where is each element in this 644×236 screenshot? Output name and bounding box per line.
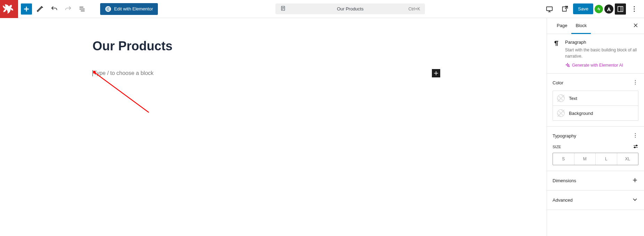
- document-title-pill[interactable]: Our Products Ctrl+K: [275, 3, 425, 14]
- edit-with-elementor-button[interactable]: Edit with Elementor: [100, 3, 158, 15]
- svg-point-10: [634, 8, 635, 9]
- svg-point-11: [634, 10, 635, 11]
- tab-block[interactable]: Block: [571, 18, 591, 34]
- font-size-group: S M L XL: [553, 153, 638, 165]
- svg-rect-3: [108, 9, 110, 9]
- svg-point-17: [635, 135, 636, 136]
- block-placeholder[interactable]: Type / to choose a block: [92, 70, 154, 76]
- svg-point-16: [635, 133, 636, 134]
- font-size-m[interactable]: M: [574, 153, 596, 165]
- top-toolbar: Edit with Elementor Our Products Ctrl+K …: [0, 0, 644, 18]
- elementor-ai-link[interactable]: Generate with Elementor AI: [565, 63, 638, 68]
- size-label: SIZE: [553, 145, 561, 149]
- document-title-text: Our Products: [337, 6, 364, 11]
- page-title[interactable]: Our Products: [92, 39, 454, 53]
- dimensions-section-toggle[interactable]: Dimensions: [547, 171, 644, 191]
- svg-rect-4: [108, 10, 110, 11]
- close-panel-button[interactable]: [633, 23, 638, 29]
- chevron-down-icon: [631, 196, 638, 204]
- add-block-inline-button[interactable]: [432, 69, 440, 77]
- editor-canvas[interactable]: Our Products Type / to choose a block: [0, 18, 547, 236]
- elementor-button-label: Edit with Elementor: [114, 6, 153, 11]
- tab-page[interactable]: Page: [553, 18, 571, 34]
- svg-rect-8: [618, 6, 623, 11]
- svg-point-13: [635, 80, 636, 81]
- svg-point-18: [635, 137, 636, 137]
- paragraph-icon: [553, 40, 560, 68]
- site-logo[interactable]: [0, 0, 18, 18]
- font-size-l[interactable]: L: [595, 153, 617, 165]
- background-color-button[interactable]: Background: [553, 106, 638, 120]
- svg-rect-7: [563, 7, 566, 11]
- svg-point-19: [636, 145, 637, 146]
- block-type-name: Paragraph: [565, 40, 638, 45]
- svg-rect-2: [108, 7, 110, 8]
- settings-panel-toggle[interactable]: [615, 3, 626, 15]
- advanced-section-toggle[interactable]: Advanced: [547, 191, 644, 210]
- astra-icon[interactable]: [604, 5, 613, 14]
- tools-button[interactable]: [33, 2, 47, 16]
- redo-button[interactable]: [61, 2, 75, 16]
- color-options-button[interactable]: [632, 79, 638, 86]
- options-menu-button[interactable]: [627, 2, 641, 16]
- plus-icon: [631, 177, 638, 185]
- command-shortcut: Ctrl+K: [408, 7, 420, 11]
- font-size-xl[interactable]: XL: [617, 153, 638, 165]
- save-button[interactable]: Save: [573, 3, 593, 14]
- undo-button[interactable]: [47, 2, 61, 16]
- block-type-description: Start with the basic building block of a…: [565, 47, 638, 59]
- svg-point-9: [634, 6, 635, 7]
- svg-line-12: [96, 74, 149, 112]
- color-swatch-none-icon: [557, 109, 565, 117]
- document-overview-button[interactable]: [75, 2, 89, 16]
- size-settings-icon[interactable]: [633, 144, 638, 150]
- view-page-button[interactable]: [558, 2, 572, 16]
- color-swatch-none-icon: [557, 94, 565, 102]
- svg-point-15: [635, 84, 636, 84]
- svg-rect-1: [107, 7, 107, 10]
- font-size-s[interactable]: S: [553, 153, 574, 165]
- add-block-toolbar-button[interactable]: [21, 3, 32, 15]
- page-icon: [280, 6, 286, 12]
- view-desktop-button[interactable]: [542, 2, 556, 16]
- svg-point-14: [635, 82, 636, 83]
- color-section-title: Color: [553, 80, 563, 85]
- typography-section-title: Typography: [553, 133, 576, 138]
- svg-point-20: [634, 147, 635, 148]
- jetpack-icon[interactable]: [595, 5, 603, 13]
- svg-rect-6: [547, 7, 553, 10]
- settings-sidebar: Page Block Paragraph Start with the basi…: [547, 18, 644, 236]
- text-color-button[interactable]: Text: [553, 91, 638, 106]
- annotation-arrow: [93, 71, 152, 116]
- typography-options-button[interactable]: [632, 132, 638, 140]
